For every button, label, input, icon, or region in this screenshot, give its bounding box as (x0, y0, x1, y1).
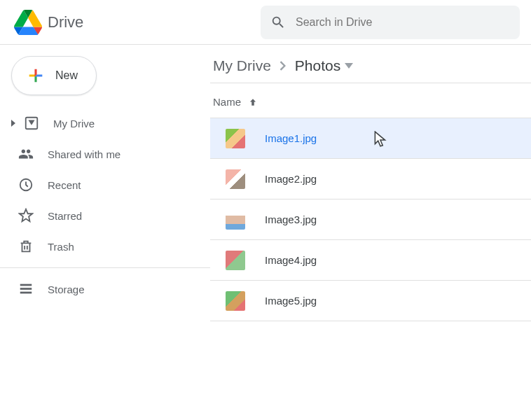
chevron-right-icon (280, 61, 287, 71)
sidebar-item-label: Starred (48, 210, 82, 222)
storage-icon (18, 281, 34, 297)
expand-icon[interactable] (8, 120, 18, 127)
column-header-name[interactable]: Name (210, 83, 531, 118)
sidebar-item-starred[interactable]: Starred (8, 200, 210, 231)
file-row[interactable]: Image3.jpg (210, 200, 531, 240)
breadcrumb-current[interactable]: Photos (295, 57, 353, 74)
file-name: Image3.jpg (265, 214, 317, 225)
dropdown-icon (345, 63, 353, 69)
main: My Drive Photos Name Image1.jpg (210, 45, 531, 321)
trash-icon (18, 239, 34, 254)
drive-logo[interactable]: Drive (14, 10, 83, 35)
file-name: Image4.jpg (265, 254, 317, 266)
sidebar-nav: My Drive Shared with me Recent (8, 108, 210, 262)
sidebar-item-label: Recent (48, 179, 81, 191)
sort-asc-icon (248, 97, 258, 107)
mydrive-icon (24, 115, 39, 131)
breadcrumb-current-label: Photos (295, 57, 340, 74)
new-button-label: New (55, 69, 78, 82)
new-button[interactable]: New (11, 56, 97, 95)
file-list: Image1.jpg Image2.jpg Image3.jpg Image4.… (210, 118, 531, 321)
divider (0, 267, 210, 268)
cursor-icon (374, 131, 387, 148)
recent-icon (18, 177, 34, 192)
shared-icon (18, 146, 34, 162)
svg-rect-2 (20, 284, 32, 286)
plus-icon (26, 66, 46, 85)
sidebar-item-label: Storage (48, 284, 85, 295)
svg-rect-4 (20, 292, 32, 294)
sidebar-item-recent[interactable]: Recent (8, 169, 210, 200)
file-thumbnail (226, 291, 245, 311)
sidebar-item-trash[interactable]: Trash (8, 231, 210, 262)
sidebar-item-label: My Drive (53, 118, 95, 130)
file-row[interactable]: Image4.jpg (210, 240, 531, 281)
sidebar-item-label: Trash (48, 241, 74, 253)
sidebar-item-label: Shared with me (48, 148, 120, 160)
sidebar-item-shared[interactable]: Shared with me (8, 139, 210, 169)
file-row[interactable]: Image1.jpg (210, 118, 531, 159)
file-thumbnail (226, 129, 245, 148)
product-name: Drive (48, 13, 83, 31)
header: Drive (0, 0, 531, 45)
column-name-label: Name (213, 96, 241, 108)
file-row[interactable]: Image2.jpg (210, 159, 531, 200)
file-name: Image2.jpg (265, 173, 317, 185)
file-name: Image5.jpg (265, 295, 317, 307)
sidebar-item-mydrive[interactable]: My Drive (8, 108, 210, 139)
search-icon (270, 15, 286, 30)
svg-rect-3 (20, 288, 32, 290)
sidebar-item-storage[interactable]: Storage (8, 274, 210, 304)
star-icon (18, 208, 34, 223)
sidebar: New My Drive Shar (0, 45, 210, 321)
file-thumbnail (226, 251, 245, 270)
breadcrumb: My Drive Photos (210, 57, 531, 83)
file-thumbnail (226, 169, 245, 189)
sidebar-nav-secondary: Storage (8, 274, 210, 304)
file-name: Image1.jpg (265, 132, 317, 144)
breadcrumb-root[interactable]: My Drive (213, 57, 271, 74)
file-thumbnail (226, 210, 245, 230)
file-row[interactable]: Image5.jpg (210, 281, 531, 321)
search-input[interactable] (296, 16, 510, 29)
drive-logo-icon (14, 10, 42, 35)
search-form[interactable] (261, 6, 520, 39)
